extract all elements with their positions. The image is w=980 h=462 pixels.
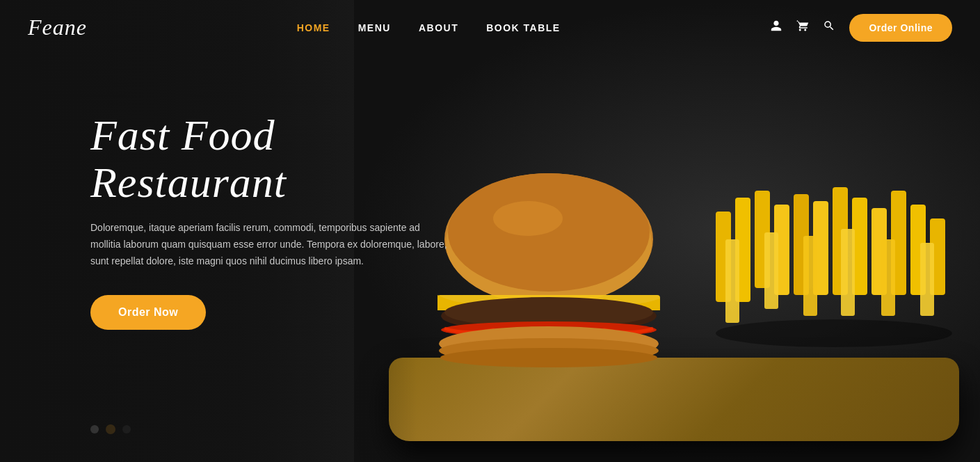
navbar: Feane HOME MENU ABOUT BOOK TABLE Order O… <box>0 0 980 55</box>
nav-right: Order Online <box>770 14 952 42</box>
nav-links: HOME MENU ABOUT BOOK TABLE <box>297 22 561 34</box>
nav-item-about[interactable]: ABOUT <box>419 22 458 34</box>
svg-rect-25 <box>803 236 817 316</box>
nav-link-home[interactable]: HOME <box>297 22 330 33</box>
nav-link-menu[interactable]: MENU <box>358 22 391 33</box>
svg-rect-23 <box>725 239 739 323</box>
cart-icon[interactable] <box>796 19 809 35</box>
nav-link-book-table[interactable]: BOOK TABLE <box>486 22 561 33</box>
svg-rect-28 <box>920 243 934 316</box>
brand-logo[interactable]: Feane <box>28 15 87 40</box>
order-online-button[interactable]: Order Online <box>849 14 952 42</box>
fries-image <box>702 184 966 379</box>
hero-description: Doloremque, itaque aperiam facilis rerum… <box>90 220 452 269</box>
hero-title: Fast Food Restaurant <box>90 111 480 206</box>
nav-item-menu[interactable]: MENU <box>358 22 391 34</box>
nav-item-book-table[interactable]: BOOK TABLE <box>486 22 561 34</box>
svg-rect-24 <box>764 232 778 309</box>
nav-link-about[interactable]: ABOUT <box>419 22 458 33</box>
hero-content: Fast Food Restaurant Doloremque, itaque … <box>90 111 480 330</box>
svg-rect-26 <box>841 229 855 316</box>
search-icon[interactable] <box>823 19 835 35</box>
order-now-button[interactable]: Order Now <box>90 295 206 330</box>
svg-point-3 <box>493 201 563 236</box>
svg-rect-27 <box>881 239 895 316</box>
user-icon[interactable] <box>770 19 782 35</box>
hero-section: Feane HOME MENU ABOUT BOOK TABLE Order O… <box>0 0 980 462</box>
nav-item-home[interactable]: HOME <box>297 22 330 34</box>
svg-point-29 <box>716 319 952 347</box>
svg-point-10 <box>440 348 657 367</box>
